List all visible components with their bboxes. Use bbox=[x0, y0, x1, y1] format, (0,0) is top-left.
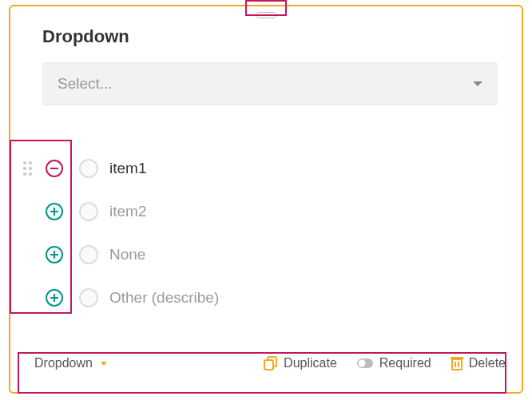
option-radio[interactable] bbox=[79, 202, 98, 221]
chevron-down-icon bbox=[473, 81, 482, 86]
option-label[interactable]: None bbox=[109, 246, 145, 263]
option-radio[interactable] bbox=[79, 288, 98, 307]
option-row: item2 bbox=[20, 190, 514, 233]
option-label[interactable]: item2 bbox=[109, 203, 146, 220]
option-row: item1 bbox=[20, 147, 514, 190]
highlight-footer bbox=[18, 352, 506, 394]
option-row: None bbox=[20, 233, 514, 276]
option-label[interactable]: Other (describe) bbox=[109, 289, 219, 307]
option-radio[interactable] bbox=[79, 245, 98, 264]
option-label[interactable]: item1 bbox=[109, 160, 146, 177]
question-title[interactable]: Dropdown bbox=[42, 26, 129, 47]
option-row: Other (describe) bbox=[20, 276, 514, 319]
dropdown-select[interactable]: Select... bbox=[42, 62, 498, 105]
highlight-drag-handle bbox=[245, 0, 287, 16]
dropdown-placeholder: Select... bbox=[58, 75, 113, 93]
question-card: Dropdown Select... item1item2NoneOther (… bbox=[9, 5, 523, 394]
highlight-option-actions bbox=[10, 140, 72, 314]
option-radio[interactable] bbox=[79, 159, 98, 178]
options-list: item1item2NoneOther (describe) bbox=[20, 147, 514, 319]
